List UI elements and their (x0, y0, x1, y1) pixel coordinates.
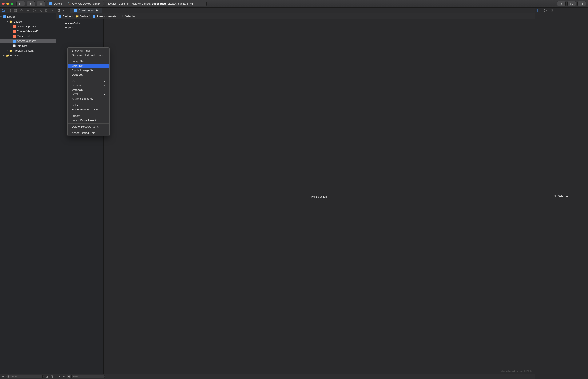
run-button[interactable] (27, 1, 35, 6)
stop-button[interactable] (37, 1, 45, 6)
editor-options-icon[interactable] (530, 9, 533, 12)
file-inspector-tab[interactable] (537, 9, 540, 12)
back-button[interactable]: 〈 (62, 9, 64, 13)
disclosure-triangle-icon[interactable]: ▶ (3, 54, 5, 57)
editor-tabbar: ▦ 〈 〉 Assets.xcassets (56, 8, 535, 14)
svg-rect-10 (15, 10, 15, 10)
help-inspector-tab[interactable]: ? (551, 9, 553, 12)
project-root[interactable]: ▼ Device (0, 14, 56, 19)
jump-seg-1[interactable]: Device (80, 15, 88, 18)
watermark: https://blog.csdn.net/qq_33919450 (501, 370, 533, 372)
forward-button[interactable]: 〉 (66, 9, 68, 13)
minimize-button[interactable] (6, 2, 9, 5)
toggle-navigator-button[interactable] (16, 1, 25, 6)
status-prefix: Device | Build for Previews Device: (108, 2, 151, 5)
disclosure-triangle-icon[interactable]: ▼ (0, 16, 2, 18)
source-control-navigator-tab[interactable] (8, 9, 11, 13)
find-navigator-tab[interactable] (20, 9, 24, 13)
svg-rect-12 (15, 11, 15, 12)
menu-item[interactable]: AR and SceneKit (68, 96, 109, 101)
test-navigator-tab[interactable] (32, 9, 36, 13)
menu-item-label: Image Set (72, 60, 84, 63)
svg-rect-28 (74, 9, 77, 12)
project-icon (49, 2, 52, 5)
related-items-icon[interactable]: ▦ (58, 9, 60, 13)
menu-item[interactable]: Folder (68, 103, 109, 107)
svg-rect-11 (16, 10, 17, 10)
menu-item[interactable]: Import From Project… (68, 118, 109, 123)
svg-rect-23 (13, 25, 16, 28)
svg-marker-17 (33, 9, 35, 12)
add-asset-button[interactable]: ＋ (58, 375, 61, 378)
remove-asset-button[interactable]: － (62, 375, 65, 378)
activity-view[interactable]: Device | Build for Previews Device: Succ… (105, 1, 206, 6)
menu-item[interactable]: Symbol Image Set (68, 68, 109, 73)
jump-bar[interactable]: Device〉 📁 Device〉 Assets.xcassets〉 No Se… (56, 14, 535, 19)
report-navigator-tab[interactable] (51, 9, 55, 13)
close-button[interactable] (2, 2, 5, 5)
tab-label: Assets.xcassets (79, 9, 98, 12)
tree-item[interactable]: ▶📁Preview Content (0, 48, 56, 53)
menu-item[interactable]: Image Set (68, 59, 109, 64)
tree-item[interactable]: Model.swift (0, 34, 56, 39)
menu-item-label: iOS (72, 79, 76, 83)
code-review-button[interactable] (567, 1, 576, 6)
tree-item-label: Assets.xcassets (17, 39, 36, 43)
menu-item[interactable]: Asset Catalog Help (68, 131, 109, 135)
zoom-button[interactable] (11, 2, 13, 5)
tree-item[interactable]: Assets.xcassets (0, 39, 56, 43)
filter-scope-icon: ⊜ (7, 375, 10, 378)
jump-seg-2[interactable]: Assets.xcassets (97, 15, 116, 18)
menu-item[interactable]: watchOS (68, 88, 109, 92)
tree-item[interactable]: ▼📁Device (0, 19, 56, 24)
menu-item-label: Symbol Image Set (72, 69, 94, 72)
tree-item-label: ContentView.swift (17, 30, 38, 33)
menu-separator (68, 58, 109, 58)
tree-item[interactable]: ▶📁Products (0, 53, 56, 58)
scheme-selector[interactable]: Device 〉 🔨 Any iOS Device (arm64) (47, 1, 104, 6)
recent-icon[interactable]: ◷ (45, 375, 49, 378)
filter-scope[interactable]: ⊜ (6, 375, 44, 378)
disclosure-triangle-icon[interactable]: ▶ (6, 49, 8, 52)
scm-filter-icon[interactable]: ▤ (50, 375, 53, 378)
asset-name: AppIcon (65, 26, 75, 29)
svg-marker-18 (45, 10, 48, 11)
menu-item[interactable]: Data Set (68, 73, 109, 77)
tree-item[interactable]: ContentView.swift (0, 29, 56, 34)
project-icon (58, 15, 62, 18)
tree-item[interactable]: Info.plist (0, 43, 56, 48)
issue-navigator-tab[interactable] (26, 9, 30, 13)
svg-rect-22 (3, 16, 6, 18)
menu-item[interactable]: macOS (68, 83, 109, 88)
svg-rect-27 (13, 45, 15, 47)
jump-seg-0[interactable]: Device (62, 15, 71, 18)
menu-item: Delete Selected Items (68, 124, 109, 129)
breakpoint-navigator-tab[interactable] (45, 9, 49, 13)
tree-item[interactable]: Deviceapp.swift (0, 24, 56, 29)
filter-input[interactable] (11, 375, 43, 378)
menu-item-label: Folder from Selection (72, 108, 98, 111)
menu-item[interactable]: iOS (68, 79, 109, 83)
menu-item[interactable]: Import… (68, 114, 109, 118)
symbol-navigator-tab[interactable] (14, 9, 17, 13)
debug-navigator-tab[interactable] (39, 9, 42, 13)
menu-separator (68, 102, 109, 102)
asset-filter-input[interactable] (71, 375, 103, 378)
editor-tab[interactable]: Assets.xcassets (70, 8, 102, 14)
chevron-right-icon: 〉 (63, 2, 66, 6)
library-button[interactable]: ＋ (557, 1, 566, 6)
asset-item[interactable]: AppIcon (56, 25, 103, 30)
history-inspector-tab[interactable] (544, 9, 547, 12)
add-button[interactable]: ＋ (1, 375, 5, 378)
menu-item[interactable]: tvOS (68, 92, 109, 96)
jump-seg-3[interactable]: No Selection (121, 15, 136, 18)
swift-icon (13, 34, 16, 38)
svg-rect-1 (19, 2, 20, 5)
disclosure-triangle-icon[interactable]: ▼ (6, 20, 8, 23)
project-navigator-tab[interactable] (1, 9, 5, 13)
menu-item[interactable]: Color Set (68, 64, 109, 68)
toggle-inspector-button[interactable] (577, 1, 586, 6)
svg-rect-32 (59, 15, 61, 18)
asset-item[interactable]: AccentColor (56, 21, 103, 25)
editor-area: ▦ 〈 〉 Assets.xcassets Device〉 📁 Device〉 (56, 8, 535, 379)
